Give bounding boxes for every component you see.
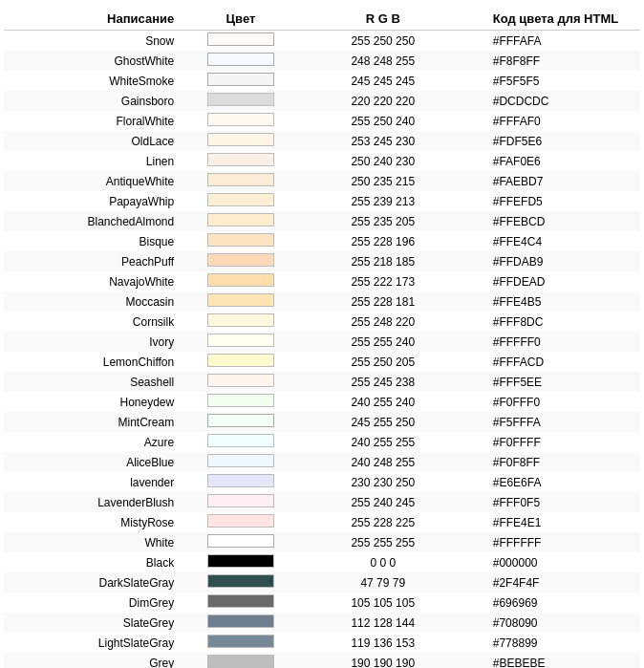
color-hex: #E6E6FA: [464, 472, 640, 492]
color-swatch: [207, 474, 274, 487]
color-hex: #F8F8FF: [464, 51, 640, 71]
color-swatch-cell: [180, 352, 302, 372]
color-swatch-cell: [180, 151, 302, 171]
color-name: Bisque: [4, 231, 180, 251]
color-rgb: 255 245 238: [302, 372, 464, 392]
table-row: OldLace 253 245 230 #FDF5E6: [4, 131, 640, 151]
table-row: AntiqueWhite 250 235 215 #FAEBD7: [4, 171, 640, 191]
color-swatch-cell: [180, 31, 302, 52]
color-hex: #F0FFF0: [464, 392, 640, 412]
color-rgb: 255 250 240: [302, 111, 464, 131]
color-rgb: 255 222 173: [302, 271, 464, 291]
color-rgb: 105 105 105: [302, 593, 464, 613]
color-name: Snow: [4, 31, 180, 52]
color-name: AliceBlue: [4, 452, 180, 472]
color-swatch: [207, 173, 274, 186]
color-swatch: [207, 193, 274, 206]
main-container: Написание Цвет R G B Код цвета для HTML …: [0, 0, 644, 668]
color-rgb: 245 245 245: [302, 71, 464, 91]
color-hex: #FAF0E6: [464, 151, 640, 171]
color-hex: #FFE4B5: [464, 291, 640, 312]
table-row: Gainsboro 220 220 220 #DCDCDC: [4, 91, 640, 111]
color-swatch: [207, 53, 274, 66]
table-row: DarkSlateGray 47 79 79 #2F4F4F: [4, 572, 640, 593]
color-name: lavender: [4, 472, 180, 492]
color-rgb: 255 228 181: [302, 291, 464, 312]
color-name: Gainsboro: [4, 91, 180, 111]
color-swatch: [207, 293, 274, 307]
table-row: BlanchedAlmond 255 235 205 #FFEBCD: [4, 211, 640, 231]
table-row: WhiteSmoke 245 245 245 #F5F5F5: [4, 71, 640, 91]
color-name: DimGrey: [4, 593, 180, 613]
table-row: MintCream 245 255 250 #F5FFFA: [4, 412, 640, 432]
color-swatch: [207, 273, 274, 287]
color-rgb: 255 255 255: [302, 532, 464, 552]
color-rgb: 250 240 230: [302, 151, 464, 171]
color-swatch-cell: [180, 111, 302, 131]
color-swatch-cell: [180, 71, 302, 91]
color-hex: #FFF0F5: [464, 492, 640, 512]
color-name: GhostWhite: [4, 51, 180, 71]
color-rgb: 255 235 205: [302, 211, 464, 231]
color-rgb: 240 255 255: [302, 432, 464, 452]
color-swatch: [207, 153, 274, 166]
color-swatch-cell: [180, 372, 302, 392]
color-swatch-cell: [180, 552, 302, 572]
table-row: White 255 255 255 #FFFFFF: [4, 532, 640, 552]
color-hex: #FAEBD7: [464, 171, 640, 191]
color-name: White: [4, 532, 180, 552]
color-hex: #708090: [464, 613, 640, 633]
color-rgb: 240 248 255: [302, 452, 464, 472]
color-swatch-cell: [180, 251, 302, 271]
color-name: MintCream: [4, 412, 180, 432]
color-swatch: [207, 414, 274, 427]
color-swatch: [207, 133, 274, 146]
color-swatch: [207, 594, 274, 608]
table-row: PeachPuff 255 218 185 #FFDAB9: [4, 251, 640, 271]
color-swatch: [207, 614, 274, 628]
color-name: Grey: [4, 653, 180, 668]
color-swatch: [207, 374, 274, 387]
table-row: Moccasin 255 228 181 #FFE4B5: [4, 291, 640, 312]
color-swatch: [207, 554, 274, 568]
color-rgb: 190 190 190: [302, 653, 464, 668]
color-swatch: [207, 253, 274, 267]
table-row: NavajoWhite 255 222 173 #FFDEAD: [4, 271, 640, 291]
color-swatch-cell: [180, 472, 302, 492]
color-swatch-cell: [180, 633, 302, 653]
color-swatch-cell: [180, 653, 302, 668]
color-swatch: [207, 334, 274, 347]
color-hex: #FFF5EE: [464, 372, 640, 392]
color-name: PeachPuff: [4, 251, 180, 271]
color-swatch-cell: [180, 231, 302, 251]
header-hex: Код цвета для HTML: [464, 8, 640, 31]
color-swatch: [207, 655, 274, 668]
color-hex: #F0FFFF: [464, 432, 640, 452]
color-swatch: [207, 313, 274, 327]
color-rgb: 112 128 144: [302, 613, 464, 633]
color-rgb: 47 79 79: [302, 572, 464, 593]
table-row: PapayaWhip 255 239 213 #FFEFD5: [4, 191, 640, 211]
color-hex: #FFE4C4: [464, 231, 640, 251]
color-swatch: [207, 534, 274, 548]
header-rgb: R G B: [302, 8, 464, 31]
color-swatch: [207, 233, 274, 247]
table-row: SlateGrey 112 128 144 #708090: [4, 613, 640, 633]
color-name: PapayaWhip: [4, 191, 180, 211]
table-row: Azure 240 255 255 #F0FFFF: [4, 432, 640, 452]
color-name: Moccasin: [4, 291, 180, 312]
table-row: Grey 190 190 190 #BEBEBE: [4, 653, 640, 668]
color-name: SlateGrey: [4, 613, 180, 633]
color-name: MistyRose: [4, 512, 180, 532]
color-swatch-cell: [180, 532, 302, 552]
color-rgb: 220 220 220: [302, 91, 464, 111]
table-row: Linen 250 240 230 #FAF0E6: [4, 151, 640, 171]
color-name: Black: [4, 552, 180, 572]
table-row: AliceBlue 240 248 255 #F0F8FF: [4, 452, 640, 472]
table-row: GhostWhite 248 248 255 #F8F8FF: [4, 51, 640, 71]
color-swatch-cell: [180, 211, 302, 231]
header-color: Цвет: [180, 8, 302, 31]
color-rgb: 255 255 240: [302, 332, 464, 352]
color-swatch-cell: [180, 613, 302, 633]
color-swatch-cell: [180, 512, 302, 532]
